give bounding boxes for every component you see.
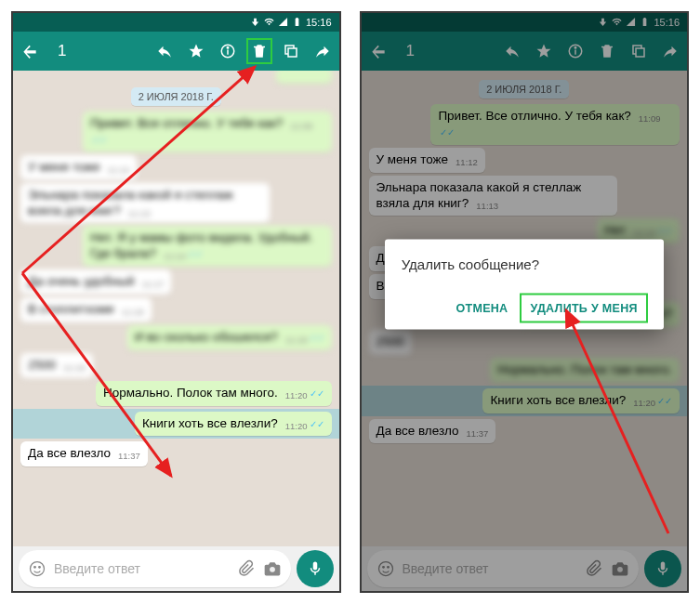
svg-point-5: [34, 567, 36, 569]
mic-button[interactable]: [297, 550, 334, 587]
reply-icon[interactable]: [155, 42, 174, 60]
svg-point-7: [270, 567, 275, 572]
message-row[interactable]: [20, 71, 332, 84]
date-separator: 2 ИЮЛЯ 2018 Г.: [20, 87, 332, 104]
svg-rect-3: [288, 48, 297, 57]
emoji-icon[interactable]: [28, 559, 46, 578]
phone-right: 15:16 1 2 ИЮЛЯ 2018 Г. Привет. Все отлич…: [360, 11, 690, 593]
cancel-button[interactable]: ОТМЕНА: [446, 295, 517, 322]
chat-area[interactable]: 2 ИЮЛЯ 2018 Г. Привет. Все отлично. У те…: [13, 71, 339, 546]
wifi-icon: [264, 17, 274, 29]
message-row[interactable]: Привет. Все отлично. У тебя как?11:09✓✓: [20, 112, 332, 152]
message-row-selected[interactable]: Книги хоть все влезли?11:20✓✓: [13, 409, 339, 440]
selection-count: 1: [58, 42, 66, 60]
copy-icon[interactable]: [282, 42, 300, 60]
signal-icon: [278, 17, 288, 29]
attach-icon[interactable]: [237, 559, 256, 578]
message-row[interactable]: Нет. Я у мамы фото видела. Удобный. Где …: [20, 226, 332, 267]
back-icon[interactable]: [20, 42, 39, 60]
forward-icon[interactable]: [313, 42, 332, 60]
message-row[interactable]: Да все влезло11:37: [20, 441, 332, 466]
svg-point-6: [39, 567, 41, 569]
message-row[interactable]: Да очень удобный11:17: [20, 269, 332, 295]
delete-dialog: Удалить сообщение? ОТМЕНА УДАЛИТЬ У МЕНЯ: [385, 240, 664, 330]
message-row[interactable]: Нормально. Полок там много.11:20✓✓: [20, 381, 332, 406]
battery-icon: [292, 17, 302, 29]
status-bar: 15:16: [13, 13, 339, 32]
dialog-title: Удалить сообщение?: [402, 256, 647, 272]
location-icon: [250, 17, 260, 29]
message-input[interactable]: Введите ответ: [19, 550, 291, 587]
message-row[interactable]: В стоплитхоме11:18: [20, 297, 332, 322]
svg-point-2: [227, 47, 229, 49]
message-row[interactable]: У меня тоже11:12: [20, 155, 332, 180]
input-bar: Введите ответ: [13, 546, 339, 591]
message-row[interactable]: 250011:19: [20, 353, 332, 378]
status-time: 15:16: [306, 17, 332, 28]
info-icon[interactable]: [218, 42, 237, 60]
message-row[interactable]: И во сколько обошелся?11:18✓✓: [20, 325, 332, 350]
star-icon[interactable]: [187, 42, 205, 60]
phone-left: 15:16 1: [11, 11, 341, 593]
camera-icon[interactable]: [263, 559, 282, 578]
input-placeholder: Введите ответ: [54, 561, 230, 576]
delete-for-me-button[interactable]: УДАЛИТЬ У МЕНЯ: [521, 295, 646, 322]
selection-toolbar: 1: [13, 32, 339, 71]
delete-icon[interactable]: [250, 42, 269, 60]
message-row[interactable]: Эльнара показала какой я стеллаж взяла д…: [20, 183, 332, 224]
svg-point-4: [31, 562, 45, 576]
